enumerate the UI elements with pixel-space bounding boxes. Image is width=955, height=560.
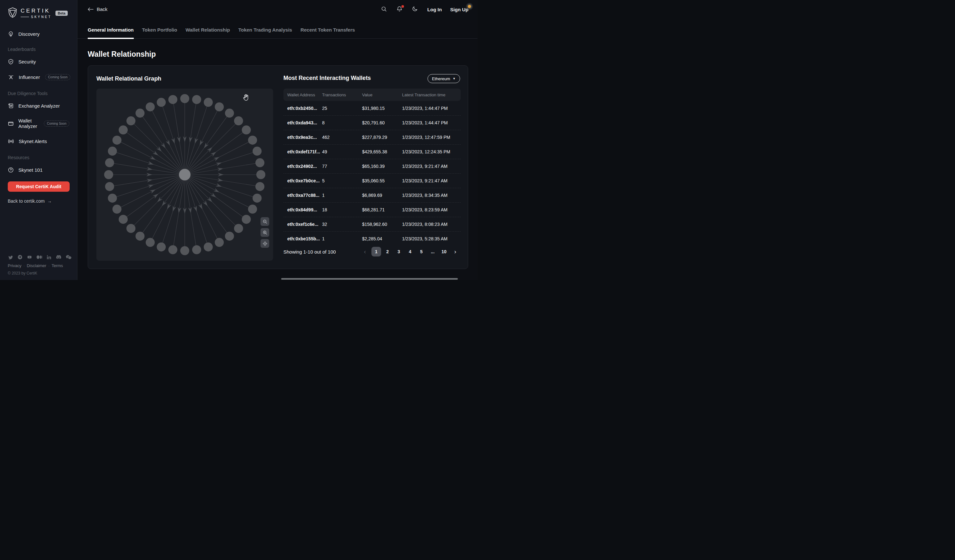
value-cell: $20,791.60 <box>362 120 402 125</box>
value-cell: $227,879.29 <box>362 135 402 140</box>
sidebar-item-skynet-101[interactable]: Skynet 101 <box>8 167 69 173</box>
section-label-resources: Resources <box>8 155 69 160</box>
network-selector-dropdown[interactable]: Ethereum ▼ <box>427 74 460 83</box>
notifications-bell-icon[interactable] <box>396 6 403 13</box>
wallet-address-cell[interactable]: eth:0x84d99... <box>283 207 322 212</box>
latest-transaction-time-cell: 1/23/2023, 5:28:35 AM <box>402 236 461 241</box>
tab-wallet-relationship[interactable]: Wallet Relationship <box>185 27 230 39</box>
page-button-3[interactable]: 3 <box>394 247 404 256</box>
wallet-address-cell[interactable]: eth:0xe7b0ce... <box>283 178 322 183</box>
previous-page-button[interactable]: ‹ <box>360 247 370 256</box>
wallet-relational-graph-canvas[interactable] <box>96 89 273 261</box>
wallet-address-cell[interactable]: eth:0xef1c6e... <box>283 222 322 227</box>
wallet-address-cell[interactable]: eth:0xbe155b... <box>283 236 322 241</box>
telegram-icon[interactable] <box>17 254 23 260</box>
column-header: Transactions <box>322 92 362 97</box>
column-header: Wallet Address <box>283 92 322 97</box>
sidebar-item-wallet-analyzer[interactable]: Wallet Analyzer Coming Soon <box>8 118 69 129</box>
latest-transaction-time-cell: 1/23/2023, 9:21:47 AM <box>402 178 461 183</box>
question-circle-icon <box>8 167 14 173</box>
wallet-address-cell[interactable]: eth:0x9ea3c... <box>283 135 322 140</box>
table-row[interactable]: eth:0xb2450...25$31,980.151/23/2023, 1:4… <box>283 101 461 115</box>
wallets-section-title: Most Recent Interacting Wallets <box>283 75 371 81</box>
sidebar-item-label: Exchange Analyzer <box>18 103 59 109</box>
tab-general-information[interactable]: General Information <box>88 27 134 39</box>
column-header: Latest Transaction time <box>402 92 461 97</box>
sidebar-item-discovery[interactable]: Discovery <box>8 31 69 37</box>
sidebar-item-skynet-alerts[interactable]: Skynet Alerts <box>8 138 69 144</box>
table-row[interactable]: eth:0xef1c6e...32$158,962.601/23/2023, 8… <box>283 217 461 231</box>
twitter-icon[interactable] <box>8 255 13 260</box>
privacy-link[interactable]: Privacy <box>8 263 22 268</box>
wallet-address-cell[interactable]: eth:0xb2450... <box>283 106 322 111</box>
table-row[interactable]: eth:0x84d99...18$68,281.711/23/2023, 8:2… <box>283 202 461 217</box>
wallet-address-cell[interactable]: eth:0xa77c88... <box>283 193 322 198</box>
terms-link[interactable]: Terms <box>52 263 63 268</box>
tab-token-portfolio[interactable]: Token Portfolio <box>142 27 177 39</box>
sidebar-item-security[interactable]: Security <box>8 59 69 65</box>
sidebar-item-label: Discovery <box>18 31 40 37</box>
tab-recent-token-transfers[interactable]: Recent Token Transfers <box>301 27 355 39</box>
topbar: Back Log In Sign Up <box>77 0 478 23</box>
wallet-address-cell[interactable]: eth:0x24902... <box>283 164 322 169</box>
zoom-out-button[interactable] <box>260 217 269 226</box>
page-button-1[interactable]: 1 <box>371 247 381 256</box>
page-button-4[interactable]: 4 <box>405 247 415 256</box>
table-row[interactable]: eth:0x9ea3c...462$227,879.291/23/2023, 1… <box>283 130 461 144</box>
page-button-2[interactable]: 2 <box>383 247 392 256</box>
table-row[interactable]: eth:0xbe155b...1$2,285.041/23/2023, 5:28… <box>283 231 461 246</box>
table-row[interactable]: eth:0xa77c88...1$6,869.691/23/2023, 8:34… <box>283 188 461 202</box>
scroll-icon <box>8 103 14 109</box>
back-to-certik-link[interactable]: Back to certik.com → <box>8 198 69 204</box>
next-page-button[interactable]: › <box>451 247 460 256</box>
influencer-people-icon <box>8 74 14 80</box>
discord-icon[interactable] <box>56 255 61 259</box>
certik-skynet-logo[interactable]: CERTIK SKYNET Beta <box>8 7 69 19</box>
graph-section-title: Wallet Relational Graph <box>96 75 161 82</box>
back-to-certik-label: Back to certik.com <box>8 198 44 204</box>
transactions-cell: 8 <box>322 120 362 125</box>
sidebar-item-label: Influencer <box>19 75 40 80</box>
section-label-leaderboards: Leaderboards <box>8 47 69 52</box>
zoom-in-button[interactable] <box>260 228 269 237</box>
wallet-address-cell[interactable]: eth:0xdef171f... <box>283 149 322 154</box>
arrow-left-icon <box>88 7 94 12</box>
recenter-target-button[interactable] <box>260 239 269 248</box>
graph-controls <box>260 217 269 248</box>
latest-transaction-time-cell: 1/23/2023, 1:44:47 PM <box>402 120 461 125</box>
page-button-10[interactable]: 10 <box>439 247 449 256</box>
sidebar-item-influencer[interactable]: Influencer Coming Soon <box>8 74 69 80</box>
back-label: Back <box>97 6 107 12</box>
table-row[interactable]: eth:0xda943...8$20,791.601/23/2023, 1:44… <box>283 115 461 130</box>
medium-icon[interactable] <box>36 255 42 259</box>
latest-transaction-time-cell: 1/23/2023, 1:44:47 PM <box>402 106 461 111</box>
search-icon[interactable] <box>381 6 388 13</box>
page-button-5[interactable]: 5 <box>416 247 426 256</box>
latest-transaction-time-cell: 1/23/2023, 8:34:35 AM <box>402 193 461 198</box>
table-header-row: Wallet AddressTransactionsValueLatest Tr… <box>283 89 461 101</box>
chevron-down-icon: ▼ <box>452 77 456 80</box>
disclaimer-link[interactable]: Disclaimer <box>27 263 47 268</box>
table-row[interactable]: eth:0xe7b0ce...5$35,060.551/23/2023, 9:2… <box>283 173 461 188</box>
tab-token-trading-analysis[interactable]: Token Trading Analysis <box>238 27 292 39</box>
arrow-right-icon: → <box>47 198 52 204</box>
page-title: Wallet Relationship <box>88 50 156 59</box>
back-button[interactable]: Back <box>88 6 107 12</box>
login-button[interactable]: Log In <box>427 7 442 12</box>
youtube-icon[interactable] <box>27 255 32 259</box>
linkedin-icon[interactable] <box>47 255 52 260</box>
request-audit-button[interactable]: Request CertiK Audit <box>8 181 70 192</box>
beta-badge: Beta <box>55 11 68 16</box>
signup-button[interactable]: Sign Up <box>450 7 468 12</box>
table-row[interactable]: eth:0x24902...77$65,160.391/23/2023, 9:2… <box>283 159 461 173</box>
value-cell: $2,285.04 <box>362 236 402 241</box>
sidebar-item-exchange-analyzer[interactable]: Exchange Analyzer <box>8 103 69 109</box>
wallet-address-cell[interactable]: eth:0xda943... <box>283 120 322 125</box>
table-row[interactable]: eth:0xdef171f...49$429,655.381/23/2023, … <box>283 144 461 159</box>
wechat-icon[interactable] <box>66 255 72 260</box>
dark-mode-moon-icon[interactable] <box>412 6 419 13</box>
horizontal-scrollbar-thumb[interactable] <box>281 278 458 280</box>
transactions-cell: 1 <box>322 236 362 241</box>
coming-soon-badge: Coming Soon <box>44 120 69 126</box>
brand-name: CERTIK <box>20 8 52 14</box>
